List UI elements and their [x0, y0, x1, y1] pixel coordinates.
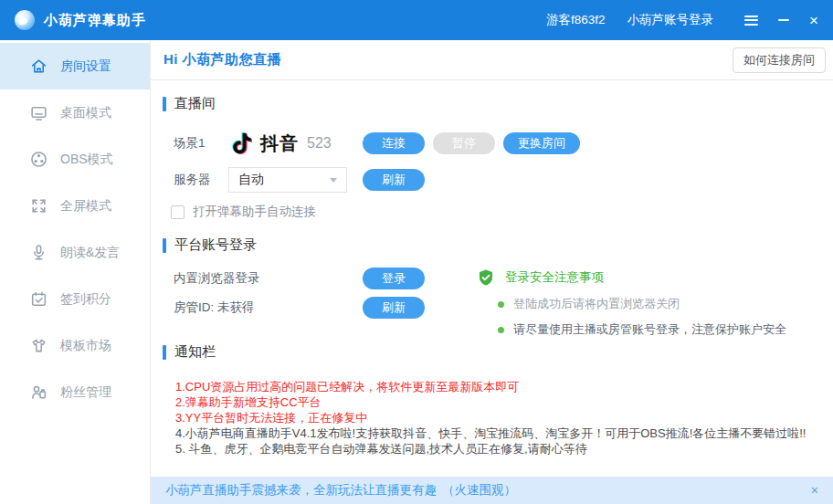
connect-button[interactable]: 连接: [363, 132, 425, 154]
server-refresh-button[interactable]: 刷新: [363, 169, 425, 191]
scene-row: 场景1 抖音 523 连接 暂停 更换房间: [174, 125, 833, 162]
douyin-icon: [228, 130, 256, 157]
sidebar-item-label: 全屏模式: [60, 198, 111, 215]
sidebar-item-desktop-mode[interactable]: 桌面模式: [0, 89, 150, 136]
app-window: 小葫芦弹幕助手 游客f863f2 小葫芦账号登录 × 房间设置: [0, 0, 833, 504]
room-id: 523: [307, 135, 332, 152]
tip-text: 登陆成功后请将内置浏览器关闭: [513, 296, 680, 312]
sidebar-item-label: OBS模式: [60, 152, 113, 168]
platform-name: 抖音: [260, 131, 299, 156]
pause-button[interactable]: 暂停: [433, 132, 495, 154]
promo-bar: 小葫芦直播助手震撼来袭，全新玩法让直播更有趣 （火速围观） ×: [151, 477, 833, 504]
main-header: Hi 小葫芦助您直播 如何连接房间: [151, 40, 833, 80]
how-to-connect-button[interactable]: 如何连接房间: [733, 47, 826, 73]
platform-login-body: 内置浏览器登录 登录 房管ID: 未获得 刷新 登录安全注意事项: [174, 267, 833, 320]
sidebar-item-label: 桌面模式: [60, 105, 111, 121]
server-row: 服务器 自动 刷新: [174, 167, 833, 193]
sidebar-item-label: 模板市场: [60, 338, 111, 354]
notice-item: 1.CPU资源占用过高的问题已经解决，将软件更新至最新版本即可: [175, 379, 833, 394]
sidebar-item-checkin-points[interactable]: 签到积分: [0, 276, 150, 322]
sidebar-item-label: 签到积分: [60, 291, 111, 308]
greeting-text: Hi 小葫芦助您直播: [163, 51, 281, 68]
tip-item: 登陆成功后请将内置浏览器关闭: [477, 296, 833, 312]
menu-icon[interactable]: [744, 11, 758, 29]
tshirt-icon: [29, 336, 48, 355]
chevron-down-icon: [330, 178, 337, 183]
home-icon: [29, 57, 48, 76]
auto-connect-label: 打开弹幕助手自动连接: [193, 204, 316, 220]
bullet-dot-icon: [498, 301, 504, 308]
notice-item: 2.弹幕助手新增支持CC平台: [175, 394, 833, 410]
room-manager-refresh-button[interactable]: 刷新: [363, 297, 425, 319]
sidebar-item-read-speak[interactable]: 朗读&发言: [0, 229, 150, 276]
promo-link[interactable]: （火速围观）: [442, 482, 516, 499]
sidebar-item-fans-management[interactable]: 粉丝管理: [0, 369, 150, 415]
titlebar: 小葫芦弹幕助手 游客f863f2 小葫芦账号登录 ×: [0, 0, 833, 40]
notice-list: 1.CPU资源占用过高的问题已经解决，将软件更新至最新版本即可 2.弹幕助手新增…: [175, 379, 833, 457]
fullscreen-icon: [29, 196, 48, 215]
main-panel: Hi 小葫芦助您直播 如何连接房间 直播间 场景1 抖音 523 连接: [151, 40, 833, 504]
browser-login-label: 内置浏览器登录: [174, 270, 363, 287]
tip-text: 请尽量使用主播或房管账号登录，注意保护账户安全: [513, 321, 786, 338]
server-select[interactable]: 自动: [228, 167, 347, 193]
calendar-check-icon: [29, 289, 48, 309]
sidebar-item-label: 房间设置: [60, 58, 111, 75]
tips-title: 登录安全注意事项: [505, 269, 604, 286]
notice-item: 5. 斗鱼、虎牙、企鹅电竞平台自动弹幕发送问题,技术人员正在修复,请耐心等待: [175, 441, 833, 457]
sidebar-item-obs-mode[interactable]: OBS模式: [0, 136, 150, 183]
desktop-icon: [29, 103, 48, 122]
promo-text: 小葫芦直播助手震撼来袭，全新玩法让直播更有趣: [165, 482, 437, 499]
change-room-button[interactable]: 更换房间: [503, 132, 580, 154]
sidebar-item-template-market[interactable]: 模板市场: [0, 322, 150, 369]
sidebar-item-label: 朗读&发言: [60, 245, 120, 261]
microphone-icon: [29, 243, 48, 262]
app-logo-icon: [15, 10, 35, 30]
shield-check-icon: [477, 268, 495, 287]
tip-item: 请尽量使用主播或房管账号登录，注意保护账户安全: [477, 321, 833, 338]
server-select-value: 自动: [238, 172, 264, 188]
notice-item: 4.小葫芦电商直播助手V4.1发布啦!支持获取抖音、快手、淘宝推流码、淘宝多开！…: [175, 425, 833, 441]
auto-connect-row: 打开弹幕助手自动连接: [171, 204, 833, 220]
account-login-link[interactable]: 小葫芦账号登录: [627, 12, 714, 28]
login-safety-tips: 登录安全注意事项 登陆成功后请将内置浏览器关闭 请尽量使用主播或房管账号登录，注…: [477, 268, 833, 338]
room-manager-id-label: 房管ID: 未获得: [174, 299, 363, 316]
sidebar-item-label: 粉丝管理: [60, 384, 111, 401]
sidebar: 房间设置 桌面模式 OBS模式 全屏模式: [0, 40, 151, 504]
app-title: 小葫芦弹幕助手: [44, 12, 146, 29]
sidebar-item-room-settings[interactable]: 房间设置: [0, 43, 150, 89]
notice-item: 3.YY平台暂时无法连接，正在修复中: [175, 410, 833, 425]
server-label: 服务器: [174, 172, 228, 188]
platform-login-section-title: 平台账号登录: [163, 236, 833, 254]
guest-id-label[interactable]: 游客f863f2: [546, 12, 606, 28]
minimize-icon[interactable]: [778, 11, 789, 29]
fans-icon: [29, 383, 48, 402]
obs-icon: [29, 150, 48, 169]
live-room-section-title: 直播间: [163, 95, 833, 112]
login-button[interactable]: 登录: [363, 268, 425, 289]
close-icon[interactable]: ×: [809, 11, 818, 29]
promo-close-icon[interactable]: ×: [811, 484, 818, 497]
sidebar-item-fullscreen-mode[interactable]: 全屏模式: [0, 183, 150, 229]
scene-label: 场景1: [174, 135, 228, 152]
bullet-dot-icon: [498, 327, 504, 333]
notice-section-title: 通知栏: [163, 343, 833, 361]
auto-connect-checkbox[interactable]: [171, 205, 185, 219]
